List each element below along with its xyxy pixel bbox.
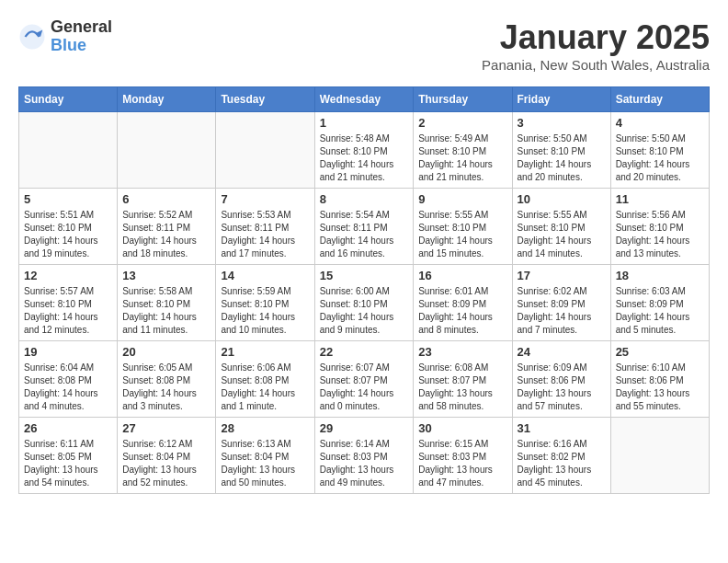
day-info: Sunrise: 5:49 AMSunset: 8:10 PMDaylight:… xyxy=(418,132,506,184)
day-number: 17 xyxy=(518,269,606,282)
day-number: 26 xyxy=(24,421,112,435)
logo: General Blue xyxy=(18,18,112,55)
day-info: Sunrise: 5:50 AMSunset: 8:10 PMDaylight:… xyxy=(518,132,606,184)
day-info: Sunrise: 6:05 AMSunset: 8:08 PMDaylight:… xyxy=(122,362,210,413)
calendar-cell xyxy=(19,112,118,189)
day-info: Sunrise: 6:10 AMSunset: 8:06 PMDaylight:… xyxy=(616,362,704,413)
week-row-3: 12Sunrise: 5:57 AMSunset: 8:10 PMDayligh… xyxy=(19,265,710,341)
week-row-2: 5Sunrise: 5:51 AMSunset: 8:10 PMDaylight… xyxy=(19,189,710,265)
day-info: Sunrise: 6:07 AMSunset: 8:07 PMDaylight:… xyxy=(320,362,409,413)
calendar-cell: 18Sunrise: 6:03 AMSunset: 8:09 PMDayligh… xyxy=(610,265,709,341)
title-block: January 2025 Panania, New South Wales, A… xyxy=(482,18,710,73)
day-number: 13 xyxy=(122,269,210,282)
day-info: Sunrise: 6:06 AMSunset: 8:08 PMDaylight:… xyxy=(221,362,309,413)
day-info: Sunrise: 5:50 AMSunset: 8:10 PMDaylight:… xyxy=(616,132,704,184)
calendar-cell: 30Sunrise: 6:15 AMSunset: 8:03 PMDayligh… xyxy=(414,418,512,494)
day-info: Sunrise: 6:16 AMSunset: 8:02 PMDaylight:… xyxy=(518,438,606,489)
day-number: 15 xyxy=(320,269,409,282)
calendar-cell xyxy=(118,112,216,189)
day-info: Sunrise: 5:48 AMSunset: 8:10 PMDaylight:… xyxy=(320,132,409,184)
calendar-cell: 27Sunrise: 6:12 AMSunset: 8:04 PMDayligh… xyxy=(118,418,216,494)
day-info: Sunrise: 6:02 AMSunset: 8:09 PMDaylight:… xyxy=(518,285,606,337)
calendar-cell: 14Sunrise: 5:59 AMSunset: 8:10 PMDayligh… xyxy=(216,265,314,341)
calendar-cell: 17Sunrise: 6:02 AMSunset: 8:09 PMDayligh… xyxy=(512,265,610,341)
calendar-cell: 9Sunrise: 5:55 AMSunset: 8:10 PMDaylight… xyxy=(414,189,512,265)
day-info: Sunrise: 5:55 AMSunset: 8:10 PMDaylight:… xyxy=(518,209,606,260)
svg-point-0 xyxy=(20,24,45,49)
calendar-cell: 4Sunrise: 5:50 AMSunset: 8:10 PMDaylight… xyxy=(610,112,709,189)
day-info: Sunrise: 6:01 AMSunset: 8:09 PMDaylight:… xyxy=(418,285,506,337)
calendar-cell: 26Sunrise: 6:11 AMSunset: 8:05 PMDayligh… xyxy=(19,418,118,494)
day-info: Sunrise: 6:12 AMSunset: 8:04 PMDaylight:… xyxy=(122,438,210,489)
calendar-cell xyxy=(216,112,314,189)
day-number: 21 xyxy=(221,345,309,359)
calendar-cell: 31Sunrise: 6:16 AMSunset: 8:02 PMDayligh… xyxy=(512,418,610,494)
day-number: 23 xyxy=(418,345,506,359)
day-info: Sunrise: 6:15 AMSunset: 8:03 PMDaylight:… xyxy=(418,438,506,489)
calendar-cell: 20Sunrise: 6:05 AMSunset: 8:08 PMDayligh… xyxy=(118,341,216,418)
calendar-cell: 7Sunrise: 5:53 AMSunset: 8:11 PMDaylight… xyxy=(216,189,314,265)
calendar-cell: 16Sunrise: 6:01 AMSunset: 8:09 PMDayligh… xyxy=(414,265,512,341)
calendar-cell: 13Sunrise: 5:58 AMSunset: 8:10 PMDayligh… xyxy=(118,265,216,341)
day-number: 9 xyxy=(418,192,506,206)
day-header-monday: Monday xyxy=(118,87,216,112)
day-number: 11 xyxy=(616,192,704,206)
day-header-sunday: Sunday xyxy=(19,87,118,112)
calendar-cell: 22Sunrise: 6:07 AMSunset: 8:07 PMDayligh… xyxy=(314,341,414,418)
day-number: 10 xyxy=(518,192,606,206)
location: Panania, New South Wales, Australia xyxy=(482,57,710,73)
day-info: Sunrise: 5:57 AMSunset: 8:10 PMDaylight:… xyxy=(24,285,112,337)
week-row-4: 19Sunrise: 6:04 AMSunset: 8:08 PMDayligh… xyxy=(19,341,710,418)
logo-blue: Blue xyxy=(51,37,112,55)
calendar-cell: 19Sunrise: 6:04 AMSunset: 8:08 PMDayligh… xyxy=(19,341,118,418)
day-header-thursday: Thursday xyxy=(414,87,512,112)
day-info: Sunrise: 6:11 AMSunset: 8:05 PMDaylight:… xyxy=(24,438,112,489)
calendar-cell: 1Sunrise: 5:48 AMSunset: 8:10 PMDaylight… xyxy=(314,112,414,189)
calendar-cell xyxy=(610,418,709,494)
day-number: 25 xyxy=(616,345,704,359)
day-header-wednesday: Wednesday xyxy=(314,87,414,112)
calendar-cell: 12Sunrise: 5:57 AMSunset: 8:10 PMDayligh… xyxy=(19,265,118,341)
day-number: 28 xyxy=(221,421,309,435)
day-number: 6 xyxy=(122,192,210,206)
day-info: Sunrise: 6:09 AMSunset: 8:06 PMDaylight:… xyxy=(518,362,606,413)
page-header: General Blue January 2025 Panania, New S… xyxy=(18,18,710,73)
day-info: Sunrise: 6:08 AMSunset: 8:07 PMDaylight:… xyxy=(418,362,506,413)
logo-general: General xyxy=(51,18,112,37)
day-info: Sunrise: 6:13 AMSunset: 8:04 PMDaylight:… xyxy=(221,438,309,489)
calendar-cell: 25Sunrise: 6:10 AMSunset: 8:06 PMDayligh… xyxy=(610,341,709,418)
day-info: Sunrise: 6:14 AMSunset: 8:03 PMDaylight:… xyxy=(320,438,409,489)
calendar: SundayMondayTuesdayWednesdayThursdayFrid… xyxy=(18,86,710,494)
day-number: 27 xyxy=(122,421,210,435)
day-info: Sunrise: 5:59 AMSunset: 8:10 PMDaylight:… xyxy=(221,285,309,337)
day-info: Sunrise: 5:55 AMSunset: 8:10 PMDaylight:… xyxy=(418,209,506,260)
day-header-saturday: Saturday xyxy=(610,87,709,112)
day-info: Sunrise: 5:58 AMSunset: 8:10 PMDaylight:… xyxy=(122,285,210,337)
day-info: Sunrise: 6:03 AMSunset: 8:09 PMDaylight:… xyxy=(616,285,704,337)
day-header-tuesday: Tuesday xyxy=(216,87,314,112)
day-info: Sunrise: 5:51 AMSunset: 8:10 PMDaylight:… xyxy=(24,209,112,260)
day-number: 1 xyxy=(320,116,409,130)
day-number: 8 xyxy=(320,192,409,206)
calendar-cell: 10Sunrise: 5:55 AMSunset: 8:10 PMDayligh… xyxy=(512,189,610,265)
day-number: 20 xyxy=(122,345,210,359)
day-number: 4 xyxy=(616,116,704,130)
day-number: 5 xyxy=(24,192,112,206)
calendar-cell: 29Sunrise: 6:14 AMSunset: 8:03 PMDayligh… xyxy=(314,418,414,494)
day-number: 31 xyxy=(518,421,606,435)
day-number: 12 xyxy=(24,269,112,282)
calendar-cell: 2Sunrise: 5:49 AMSunset: 8:10 PMDaylight… xyxy=(414,112,512,189)
logo-text: General Blue xyxy=(51,18,112,55)
day-number: 30 xyxy=(418,421,506,435)
month-title: January 2025 xyxy=(482,18,710,57)
day-header-friday: Friday xyxy=(512,87,610,112)
day-number: 7 xyxy=(221,192,309,206)
day-number: 18 xyxy=(616,269,704,282)
calendar-cell: 5Sunrise: 5:51 AMSunset: 8:10 PMDaylight… xyxy=(19,189,118,265)
day-number: 14 xyxy=(221,269,309,282)
day-number: 19 xyxy=(24,345,112,359)
day-info: Sunrise: 5:54 AMSunset: 8:11 PMDaylight:… xyxy=(320,209,409,260)
week-row-5: 26Sunrise: 6:11 AMSunset: 8:05 PMDayligh… xyxy=(19,418,710,494)
day-number: 16 xyxy=(418,269,506,282)
week-row-1: 1Sunrise: 5:48 AMSunset: 8:10 PMDaylight… xyxy=(19,112,710,189)
